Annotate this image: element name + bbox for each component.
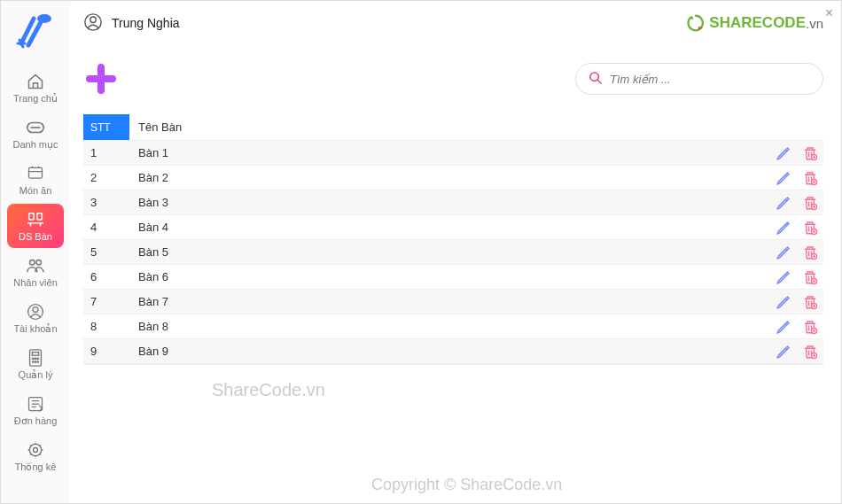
- svg-rect-11: [32, 352, 38, 355]
- cell-stt: 6: [83, 270, 129, 283]
- cell-name: Bàn 3: [129, 196, 752, 209]
- cell-stt: 8: [83, 320, 129, 333]
- col-header-stt[interactable]: STT: [83, 114, 129, 140]
- table-row[interactable]: 9Bàn 9: [83, 339, 823, 364]
- table-row[interactable]: 4Bàn 4: [83, 215, 823, 240]
- edit-button[interactable]: [776, 269, 791, 285]
- account-icon: [27, 302, 44, 322]
- sidebar-item-label: Thống kê: [15, 461, 57, 473]
- edit-button[interactable]: [776, 294, 791, 310]
- svg-point-6: [30, 260, 35, 266]
- svg-rect-4: [29, 213, 35, 220]
- table-header: STT Tên Bàn: [83, 114, 823, 141]
- food-icon: [27, 164, 44, 183]
- cell-name: Bàn 1: [129, 146, 752, 159]
- delete-button[interactable]: [802, 244, 818, 260]
- sidebar-item-danh-mục[interactable]: Danh mục: [7, 112, 64, 156]
- cell-stt: 7: [83, 295, 129, 308]
- table-row[interactable]: 8Bàn 8: [83, 314, 823, 339]
- cell-name: Bàn 6: [129, 270, 752, 283]
- delete-button[interactable]: [802, 344, 818, 360]
- sidebar-item-quản-lý[interactable]: Quản lý: [7, 342, 64, 386]
- edit-button[interactable]: [776, 220, 791, 236]
- order-icon: [27, 394, 44, 414]
- cell-stt: 1: [83, 146, 129, 159]
- sidebar-item-nhân-viên[interactable]: Nhân viên: [7, 250, 64, 294]
- sidebar-item-label: Đơn hàng: [14, 415, 58, 427]
- delete-button[interactable]: [802, 294, 818, 310]
- search-box[interactable]: [575, 63, 823, 95]
- search-icon: [589, 71, 603, 88]
- svg-point-17: [37, 361, 38, 361]
- toolbar: [83, 52, 823, 105]
- svg-point-14: [37, 358, 38, 359]
- edit-button[interactable]: [776, 344, 791, 360]
- stats-icon: [27, 440, 44, 460]
- user-info[interactable]: Trung Nghia: [83, 12, 180, 35]
- sidebar-item-label: DS Bàn: [19, 231, 52, 242]
- table-row[interactable]: 1Bàn 1: [83, 141, 823, 166]
- sidebar-item-thống-kê[interactable]: Thống kê: [7, 434, 64, 478]
- home-icon: [27, 72, 44, 91]
- brand-logo: SHARECODE .vn: [686, 13, 823, 33]
- table: STT Tên Bàn 1Bàn 12Bàn 23Bàn 34Bàn 45Bàn…: [83, 114, 823, 365]
- delete-button[interactable]: [802, 195, 818, 211]
- sidebar-item-trang-chủ[interactable]: Trang chủ: [7, 66, 64, 110]
- sidebar-item-đơn-hàng[interactable]: Đơn hàng: [7, 388, 64, 432]
- edit-button[interactable]: [776, 319, 791, 335]
- sidebar-item-label: Món ăn: [19, 185, 52, 196]
- watermark-copyright: Copyright © ShareCode.vn: [371, 476, 562, 494]
- edit-button[interactable]: [776, 145, 791, 161]
- cell-stt: 3: [83, 196, 129, 209]
- topbar: Trung Nghia SHARECODE .vn: [83, 1, 823, 45]
- cell-name: Bàn 4: [129, 221, 752, 234]
- edit-button[interactable]: [776, 244, 791, 260]
- user-icon: [83, 12, 103, 35]
- table-row[interactable]: 7Bàn 7: [83, 290, 823, 314]
- svg-point-13: [35, 358, 35, 359]
- col-header-name[interactable]: Tên Bàn: [129, 114, 752, 140]
- app-logo: [14, 10, 57, 52]
- delete-button[interactable]: [802, 319, 818, 335]
- sidebar-item-label: Tài khoản: [13, 323, 57, 335]
- svg-point-15: [33, 361, 34, 361]
- delete-button[interactable]: [802, 220, 818, 236]
- cell-name: Bàn 9: [129, 345, 752, 358]
- list-icon: [26, 118, 45, 137]
- svg-point-20: [34, 447, 38, 452]
- cell-stt: 4: [83, 221, 129, 234]
- table-row[interactable]: 3Bàn 3: [83, 190, 823, 215]
- cell-name: Bàn 2: [129, 171, 752, 184]
- sidebar-item-label: Quản lý: [19, 369, 53, 381]
- cell-name: Bàn 8: [129, 320, 752, 333]
- delete-button[interactable]: [802, 145, 818, 161]
- delete-button[interactable]: [802, 170, 818, 186]
- svg-point-22: [90, 17, 96, 22]
- edit-button[interactable]: [776, 195, 791, 211]
- brand-text: SHARECODE: [709, 14, 806, 32]
- svg-point-7: [36, 260, 41, 266]
- staff-icon: [26, 256, 45, 275]
- table-icon: [26, 210, 45, 229]
- delete-button[interactable]: [802, 269, 818, 285]
- sidebar-item-label: Danh mục: [12, 139, 58, 151]
- table-row[interactable]: 2Bàn 2: [83, 166, 823, 190]
- cell-stt: 9: [83, 345, 129, 358]
- sidebar: Trang chủDanh mụcMón ănDS BànNhân viênTà…: [1, 1, 70, 503]
- table-row[interactable]: 5Bàn 5: [83, 240, 823, 265]
- add-button[interactable]: [83, 61, 119, 97]
- search-input[interactable]: [610, 73, 810, 86]
- sidebar-item-tài-khoản[interactable]: Tài khoản: [7, 296, 64, 340]
- svg-point-16: [35, 361, 35, 361]
- sidebar-item-label: Trang chủ: [13, 93, 58, 105]
- sidebar-item-ds-bàn[interactable]: DS Bàn: [7, 204, 64, 248]
- sidebar-item-label: Nhân viên: [13, 277, 58, 288]
- cell-name: Bàn 7: [129, 295, 752, 308]
- table-row[interactable]: 6Bàn 6: [83, 265, 823, 290]
- svg-rect-3: [29, 167, 43, 178]
- cell-stt: 2: [83, 171, 129, 184]
- manage-icon: [27, 348, 43, 368]
- sidebar-item-món-ăn[interactable]: Món ăn: [7, 158, 64, 202]
- svg-point-9: [33, 306, 38, 312]
- edit-button[interactable]: [776, 170, 791, 186]
